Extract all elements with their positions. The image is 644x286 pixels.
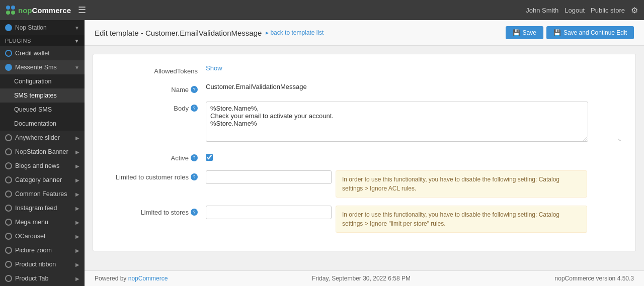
footer-nopcommerce-link[interactable]: nopCommerce <box>128 275 168 282</box>
save-continue-button[interactable]: 💾 Save and Continue Edit <box>546 26 634 39</box>
active-info-icon[interactable]: ? <box>191 154 198 161</box>
sidebar-item-mega-menu[interactable]: Mega menu ▶ <box>0 215 85 229</box>
active-checkbox[interactable] <box>206 154 213 161</box>
sidebar-item-product-tab[interactable]: Product Tab ▶ <box>0 271 85 285</box>
customer-roles-info-icon[interactable]: ? <box>191 173 198 180</box>
sidebar-item-documentation[interactable]: Documentation <box>0 117 85 131</box>
limited-stores-input[interactable] <box>206 206 332 219</box>
page-title: Edit template - Customer.EmailValidation… <box>95 29 262 37</box>
ocarousel-chevron: ▶ <box>75 234 79 239</box>
hamburger-button[interactable]: ☰ <box>76 3 88 18</box>
customer-roles-label: Limited to customer roles ? <box>105 170 206 181</box>
back-to-template-list-link[interactable]: ▸ back to template list <box>266 29 324 36</box>
sidebar-item-queued-sms[interactable]: Queued SMS <box>0 103 85 117</box>
blogs-and-news-chevron: ▶ <box>75 163 79 169</box>
footer-version: nopCommerce version 4.50.3 <box>555 275 634 282</box>
mega-menu-label: Mega menu <box>15 219 72 226</box>
back-link-icon: ▸ <box>266 29 269 36</box>
documentation-label: Documentation <box>14 120 79 127</box>
allowed-tokens-control: Show <box>206 64 623 72</box>
active-row: Active ? <box>105 151 623 162</box>
logo: nopCommerce <box>6 6 71 15</box>
blogs-and-news-label: Blogs and news <box>15 162 72 169</box>
footer: Powered by nopCommerce Friday, September… <box>85 270 644 286</box>
sidebar-item-product-ribbon[interactable]: Product ribbon ▶ <box>0 257 85 271</box>
allowed-tokens-label: AllowedTokens <box>105 64 206 75</box>
limited-stores-info-icon[interactable]: ? <box>191 209 198 216</box>
product-ribbon-label: Product ribbon <box>15 261 72 268</box>
logo-nop: nop <box>18 6 32 15</box>
sidebar-item-anywhere-slider[interactable]: Anywhere slider ▶ <box>0 131 85 145</box>
name-row: Name ? Customer.EmailValidationMessage <box>105 83 623 93</box>
mega-menu-icon <box>5 219 12 226</box>
name-label: Name ? <box>105 83 206 93</box>
picture-zoom-icon <box>5 247 12 254</box>
customer-roles-row: Limited to customer roles ? In order to … <box>105 170 623 198</box>
credit-wallet-label: Credit wallet <box>15 50 79 57</box>
sidebar-item-instagram-feed[interactable]: Instagram feed ▶ <box>0 201 85 215</box>
nopstation-banner-chevron: ▶ <box>75 149 79 155</box>
logo-dot-4 <box>11 11 15 15</box>
back-link-label: back to template list <box>270 29 324 36</box>
sidebar: Nop Station ▼ Plugins ▼ Credit wallet Me… <box>0 20 85 286</box>
limited-stores-control: In order to use this functionality, you … <box>206 206 623 233</box>
limited-stores-row: Limited to stores ? In order to use this… <box>105 206 623 233</box>
customer-roles-control: In order to use this functionality, you … <box>206 170 623 198</box>
form-container: AllowedTokens Show Name ? Customer.Email… <box>85 46 644 270</box>
nav-right: John Smith Logout Public store ⚙ <box>526 6 638 15</box>
queued-sms-label: Queued SMS <box>14 106 79 113</box>
sidebar-item-credit-wallet[interactable]: Credit wallet <box>0 46 85 60</box>
messente-sms-icon <box>5 64 12 71</box>
sidebar-item-category-banner[interactable]: Category banner ▶ <box>0 173 85 187</box>
public-store-link[interactable]: Public store <box>591 7 625 14</box>
body-info-icon[interactable]: ? <box>191 105 198 112</box>
instagram-feed-chevron: ▶ <box>75 206 79 211</box>
name-value: Customer.EmailValidationMessage <box>206 80 307 90</box>
top-navigation: nopCommerce ☰ John Smith Logout Public s… <box>0 0 644 20</box>
settings-icon[interactable]: ⚙ <box>631 6 638 15</box>
anywhere-slider-label: Anywhere slider <box>15 134 72 141</box>
ocarousel-label: OCarousel <box>15 233 72 240</box>
sms-templates-label: SMS templates <box>14 92 79 99</box>
common-features-chevron: ▶ <box>75 192 79 197</box>
category-banner-icon <box>5 176 12 183</box>
product-tab-label: Product Tab <box>15 275 72 282</box>
body-textarea[interactable]: %Store.Name%, Check your email to activa… <box>206 102 588 142</box>
sidebar-item-configuration[interactable]: Configuration <box>0 74 85 88</box>
sidebar-item-sms-templates[interactable]: SMS templates <box>0 88 85 103</box>
sidebar-item-messente-sms[interactable]: Messente Sms ▼ <box>0 60 85 74</box>
name-info-icon[interactable]: ? <box>191 86 198 93</box>
sidebar-item-picture-zoom[interactable]: Picture zoom ▶ <box>0 243 85 257</box>
main-layout: Nop Station ▼ Plugins ▼ Credit wallet Me… <box>0 20 644 286</box>
customer-roles-input[interactable] <box>206 170 332 184</box>
allowed-tokens-show-link[interactable]: Show <box>206 64 222 72</box>
nopstation-icon <box>5 24 12 31</box>
logout-link[interactable]: Logout <box>565 7 585 14</box>
save-button[interactable]: 💾 Save <box>506 26 543 39</box>
sidebar-item-blogs-and-news[interactable]: Blogs and news ▶ <box>0 159 85 173</box>
body-label: Body ? <box>105 102 206 112</box>
plugins-header[interactable]: Plugins ▼ <box>0 35 85 46</box>
footer-powered-by: Powered by nopCommerce <box>95 275 168 282</box>
form-panel: AllowedTokens Show Name ? Customer.Email… <box>93 54 636 251</box>
body-control: %Store.Name%, Check your email to activa… <box>206 102 623 143</box>
logo-dot-2 <box>11 6 15 10</box>
product-tab-icon <box>5 275 12 282</box>
username: John Smith <box>526 7 558 14</box>
sidebar-item-ocarousel[interactable]: OCarousel ▶ <box>0 229 85 243</box>
content-area: Edit template - Customer.EmailValidation… <box>85 20 644 286</box>
picture-zoom-chevron: ▶ <box>75 248 79 253</box>
logo-dot-1 <box>6 6 10 10</box>
logo-dots <box>6 6 15 15</box>
active-label: Active ? <box>105 151 206 162</box>
allowed-tokens-row: AllowedTokens Show <box>105 64 623 75</box>
active-control <box>206 151 623 162</box>
sidebar-item-common-features[interactable]: Common Features ▶ <box>0 187 85 201</box>
instagram-feed-label: Instagram feed <box>15 205 72 212</box>
save-continue-icon: 💾 <box>553 29 561 36</box>
resize-handle: ↘ <box>617 137 622 142</box>
footer-datetime: Friday, September 30, 2022 6:58 PM <box>312 275 411 282</box>
sidebar-item-nopstation-banner[interactable]: NopStation Banner ▶ <box>0 145 85 159</box>
body-textarea-wrap: %Store.Name%, Check your email to activa… <box>206 102 623 143</box>
sidebar-nopstation-header[interactable]: Nop Station ▼ <box>0 20 85 35</box>
